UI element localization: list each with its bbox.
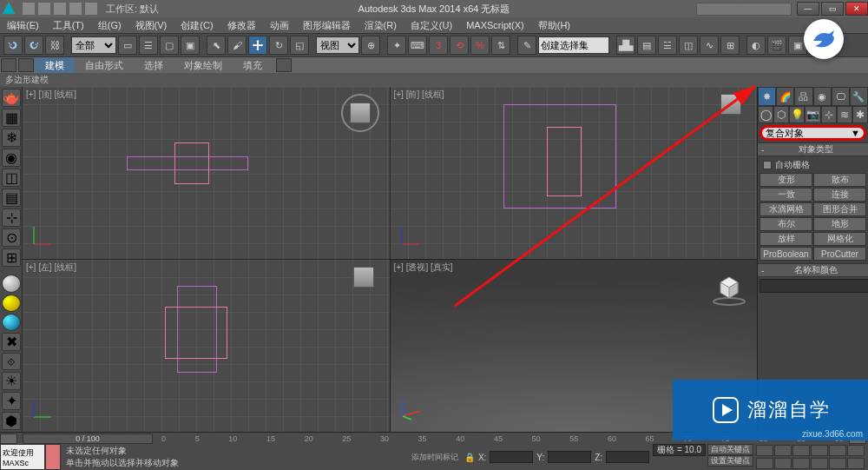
ribbon-tab[interactable]: 填充	[233, 57, 273, 73]
ribbon-tab[interactable]: 自由形式	[75, 57, 134, 73]
object-name-input[interactable]	[760, 279, 868, 293]
material-sphere-icon[interactable]	[2, 275, 21, 292]
undo-icon[interactable]	[3, 36, 23, 55]
mirror-icon[interactable]: ▟▙	[616, 36, 635, 55]
tool-icon[interactable]: ⬢	[2, 412, 21, 430]
lock-icon[interactable]: 🔒	[464, 453, 475, 462]
lights-icon[interactable]: 💡	[789, 106, 805, 123]
array-icon[interactable]: ⊞	[2, 248, 21, 267]
menu-item[interactable]: 渲染(R)	[358, 19, 404, 32]
rotate-icon[interactable]: ↻	[269, 36, 288, 55]
ref-coord-dropdown[interactable]: 视图	[316, 36, 359, 54]
create-tab-icon[interactable]: ✸	[758, 87, 776, 106]
autogrid-checkbox[interactable]: 自动栅格	[760, 158, 866, 172]
menu-item[interactable]: 自定义(U)	[404, 19, 459, 32]
boolean-button[interactable]: 布尔	[760, 217, 812, 231]
shapes-icon[interactable]: ⬡	[773, 106, 789, 123]
workspace-label[interactable]: 工作区: 默认	[106, 3, 159, 16]
timeline-step-icon[interactable]	[0, 434, 17, 444]
add-time-tag[interactable]: 添加时间标记	[411, 452, 458, 463]
spinner-snap-icon[interactable]: ⇅	[491, 36, 510, 55]
menu-item[interactable]: 修改器	[220, 19, 263, 32]
geometry-icon[interactable]: ◯	[758, 106, 773, 123]
layer-icon[interactable]: ☱	[658, 36, 677, 55]
tool-icon[interactable]: ✖	[2, 333, 21, 351]
spacewarps-icon[interactable]: ≋	[837, 106, 852, 123]
listener-icon[interactable]	[45, 444, 61, 470]
play-icon[interactable]	[792, 445, 810, 456]
help-search[interactable]	[696, 3, 792, 16]
mesher-button[interactable]: 网格化	[813, 232, 866, 246]
menu-item[interactable]: 动画	[263, 19, 296, 32]
transform-center-icon[interactable]: ⊙	[2, 228, 21, 247]
menu-item[interactable]: MAXScript(X)	[459, 20, 531, 30]
select-icon[interactable]: ▭	[118, 36, 137, 55]
selection-region-icon[interactable]: ▢	[160, 36, 179, 55]
edit-named-sel-icon[interactable]: ✎	[517, 36, 536, 55]
viewport-left[interactable]: [+] [左] [线框]	[23, 260, 390, 432]
viewcube-icon[interactable]	[341, 94, 379, 132]
rollout-header[interactable]: -对象类型	[758, 142, 868, 156]
sun-icon[interactable]: ☀	[2, 372, 21, 390]
ribbon-toggle-icon[interactable]	[18, 58, 34, 72]
titlebar-quick-icons[interactable]	[17, 3, 102, 15]
procutter-button[interactable]: ProCutter	[813, 247, 866, 261]
help-search-input[interactable]	[696, 3, 792, 16]
snap-toggle-icon[interactable]: 3	[429, 36, 448, 55]
autokey-button[interactable]: 自动关键点	[707, 444, 753, 455]
close-button[interactable]: ✕	[845, 2, 868, 16]
helpers-icon[interactable]: ⊹	[821, 106, 837, 123]
keyboard-shortcut-icon[interactable]: ⌨	[408, 36, 427, 55]
modify-tab-icon[interactable]: 🌈	[776, 87, 794, 106]
xview-icon[interactable]: ◫	[2, 169, 21, 187]
teapot-icon[interactable]: 🫖	[2, 89, 21, 107]
morph-button[interactable]: 变形	[760, 173, 812, 187]
display-tab-icon[interactable]: 🖵	[832, 87, 850, 106]
angle-snap-icon[interactable]: ⟲	[450, 36, 469, 55]
next-frame-icon[interactable]	[811, 445, 828, 456]
systems-icon[interactable]: ✱	[852, 106, 868, 123]
ribbon-tab[interactable]: 选择	[134, 57, 174, 73]
connect-button[interactable]: 连接	[813, 188, 866, 202]
zoom-all-icon[interactable]	[811, 458, 828, 469]
cameras-icon[interactable]: 📷	[805, 106, 820, 123]
material-editor-icon[interactable]: ◐	[746, 36, 766, 55]
paint-select-icon[interactable]: 🖌	[227, 36, 247, 55]
viewport-front[interactable]: [+] [前] [线框]	[391, 87, 758, 259]
light-sphere-icon[interactable]	[2, 295, 21, 312]
setkey-button[interactable]: 设置关键点	[707, 455, 753, 467]
window-crossing-icon[interactable]: ▣	[181, 36, 200, 55]
maxscript-prompt[interactable]: 欢迎使用 MAXSc	[0, 444, 45, 470]
graphite-icon[interactable]: ◫	[679, 36, 698, 55]
scatter-button[interactable]: 散布	[813, 173, 866, 187]
qat-icon[interactable]	[54, 3, 66, 15]
hierarchy-tab-icon[interactable]: 品	[794, 87, 812, 106]
zoom-icon[interactable]	[792, 458, 810, 469]
selection-filter-dropdown[interactable]: 全部	[71, 36, 116, 54]
viewport-bg-icon[interactable]: ▤	[2, 189, 21, 207]
link-icon[interactable]: ⛓	[45, 36, 64, 55]
viewcube-icon[interactable]	[710, 270, 741, 301]
rollout-header[interactable]: -名称和颜色	[758, 263, 868, 277]
menu-item[interactable]: 编辑(E)	[0, 19, 46, 32]
viewport-label[interactable]: [+] [顶] [线框]	[26, 89, 76, 101]
ribbon-tab[interactable]: 建模	[35, 57, 75, 73]
menu-item[interactable]: 帮助(H)	[531, 19, 577, 32]
ref-coord-icon[interactable]: ⊹	[2, 209, 21, 227]
move-icon[interactable]	[248, 36, 267, 55]
viewport-label[interactable]: [+] [前] [线框]	[394, 89, 444, 101]
viewcube-icon[interactable]	[348, 267, 379, 298]
container-icon[interactable]: ▦	[2, 109, 21, 127]
schematic-icon[interactable]: ⊞	[720, 36, 740, 55]
conform-button[interactable]: 一致	[760, 188, 812, 202]
qat-icon[interactable]	[69, 3, 82, 15]
isolate-icon[interactable]: ◉	[2, 149, 21, 167]
utilities-tab-icon[interactable]: 🔧	[850, 87, 868, 106]
menu-item[interactable]: 图形编辑器	[296, 19, 358, 32]
pan-icon[interactable]	[774, 458, 792, 469]
blobmesh-button[interactable]: 水滴网格	[760, 202, 812, 216]
loft-button[interactable]: 放样	[760, 232, 812, 246]
shapemerge-button[interactable]: 图形合并	[813, 202, 866, 216]
qat-icon[interactable]	[38, 3, 50, 15]
ribbon-expand-icon[interactable]	[276, 58, 292, 72]
